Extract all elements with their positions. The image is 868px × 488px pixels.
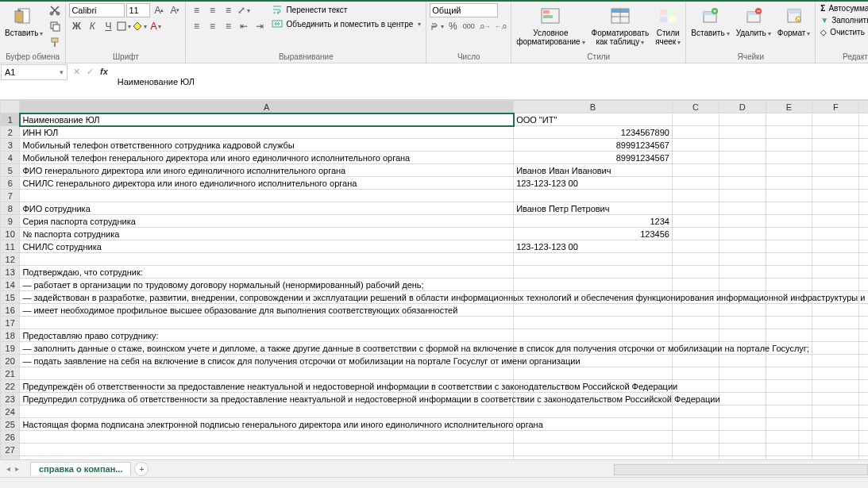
cell-E2[interactable] <box>766 126 812 139</box>
cell-A26[interactable] <box>20 431 514 444</box>
cell-A3[interactable]: Мобильный телефон ответственного сотрудн… <box>20 139 514 152</box>
cell-D1[interactable] <box>719 113 766 126</box>
cell-E22[interactable] <box>766 380 812 393</box>
decrease-indent-button[interactable]: ⇤ <box>237 19 251 33</box>
align-center-button[interactable]: ≡ <box>205 19 219 33</box>
row-header-26[interactable]: 26 <box>1 431 20 444</box>
cell-C17[interactable] <box>672 317 719 329</box>
cell-E4[interactable] <box>766 152 812 164</box>
cell-F5[interactable] <box>812 164 859 177</box>
bold-button[interactable]: Ж <box>69 19 83 33</box>
tab-prev-icon[interactable]: ▸ <box>15 464 19 473</box>
cell-A21[interactable] <box>20 367 514 380</box>
cell-D17[interactable] <box>719 317 766 329</box>
formula-input[interactable] <box>113 63 868 99</box>
cell-B24[interactable] <box>514 405 673 418</box>
cell-D16[interactable] <box>719 304 766 317</box>
cell-D23[interactable] <box>719 393 766 405</box>
cell-F1[interactable] <box>812 113 859 126</box>
font-name-combo[interactable] <box>69 3 125 17</box>
cell-G12[interactable] <box>859 253 868 266</box>
cell-C4[interactable] <box>672 152 719 164</box>
column-header-G[interactable]: G <box>859 101 868 113</box>
cell-D21[interactable] <box>719 367 766 380</box>
cell-E9[interactable] <box>766 215 812 228</box>
cell-G19[interactable] <box>859 342 868 355</box>
cell-B3[interactable]: 89991234567 <box>514 139 673 152</box>
cell-D8[interactable] <box>719 202 766 215</box>
sheet-tab-active[interactable]: справка о компан... <box>30 462 131 475</box>
row-header-7[interactable]: 7 <box>1 190 20 202</box>
cell-G18[interactable] <box>859 329 868 342</box>
cell-D27[interactable] <box>719 444 766 456</box>
cell-C11[interactable] <box>672 240 719 253</box>
cell-G11[interactable] <box>859 240 868 253</box>
cell-A4[interactable]: Мобильной телефон генерального директора… <box>20 152 514 164</box>
cell-F23[interactable] <box>812 393 859 405</box>
cell-F3[interactable] <box>812 139 859 152</box>
currency-button[interactable] <box>430 19 444 33</box>
comma-button[interactable]: 000 <box>461 19 476 33</box>
align-middle-button[interactable]: ≡ <box>205 3 219 17</box>
row-header-17[interactable]: 17 <box>1 317 20 329</box>
cell-G17[interactable] <box>859 317 868 329</box>
cell-B21[interactable] <box>514 367 673 380</box>
cell-A17[interactable] <box>20 317 514 329</box>
cell-F4[interactable] <box>812 152 859 164</box>
row-header-27[interactable]: 27 <box>1 444 20 456</box>
cell-A11[interactable]: СНИЛС сотрудника <box>20 240 514 253</box>
row-header-12[interactable]: 12 <box>1 253 20 266</box>
cell-F6[interactable] <box>812 177 859 190</box>
row-header-15[interactable]: 15 <box>1 291 20 304</box>
row-header-23[interactable]: 23 <box>1 393 20 405</box>
decrease-font-button[interactable]: A▾ <box>168 3 182 17</box>
cell-E13[interactable] <box>766 266 812 279</box>
cell-F25[interactable] <box>812 418 859 431</box>
cell-C22[interactable] <box>672 380 719 393</box>
underline-button[interactable]: Ч <box>101 19 115 33</box>
increase-font-button[interactable]: A▴ <box>152 3 166 17</box>
cell-D9[interactable] <box>719 215 766 228</box>
row-header-11[interactable]: 11 <box>1 240 20 253</box>
fill-color-button[interactable] <box>133 19 147 33</box>
cell-styles-button[interactable]: Стили ячеек <box>654 3 682 48</box>
cell-F17[interactable] <box>812 317 859 329</box>
cell-A20[interactable]: — подать заявление на себя на включение … <box>20 355 514 367</box>
paste-button[interactable]: Вставить <box>3 3 44 40</box>
cell-G1[interactable] <box>859 113 868 126</box>
cell-D14[interactable] <box>719 279 766 291</box>
cell-A8[interactable]: ФИО сотрудника <box>20 202 514 215</box>
merge-center-button[interactable]: Объединить и поместить в центре <box>270 17 422 30</box>
cancel-formula-icon[interactable]: ✕ <box>73 67 80 77</box>
horizontal-scrollbar[interactable] <box>614 463 868 477</box>
italic-button[interactable]: К <box>85 19 99 33</box>
cell-A19[interactable]: — заполнить данные о стаже, воинском уче… <box>20 342 514 355</box>
font-color-button[interactable]: А <box>149 19 163 33</box>
tab-first-icon[interactable]: ◂ <box>6 464 10 473</box>
cell-D7[interactable] <box>719 190 766 202</box>
cell-G2[interactable] <box>859 126 868 139</box>
cell-F21[interactable] <box>812 367 859 380</box>
conditional-formatting-button[interactable]: Условное форматирование <box>515 3 586 48</box>
cell-A24[interactable] <box>20 405 514 418</box>
cell-C5[interactable] <box>672 164 719 177</box>
cell-D6[interactable] <box>719 177 766 190</box>
cell-G7[interactable] <box>859 190 868 202</box>
cell-G25[interactable] <box>859 418 868 431</box>
clear-button[interactable]: ◇Очистить <box>819 27 868 37</box>
cell-C2[interactable] <box>672 126 719 139</box>
row-header-20[interactable]: 20 <box>1 355 20 367</box>
cell-A16[interactable]: — имеет необходимое профильное высшее об… <box>20 304 514 317</box>
cell-C14[interactable] <box>672 279 719 291</box>
cell-E14[interactable] <box>766 279 812 291</box>
cell-G9[interactable] <box>859 215 868 228</box>
cell-C8[interactable] <box>672 202 719 215</box>
cell-A14[interactable]: — работает в организации по трудовому до… <box>20 279 514 291</box>
cell-C13[interactable] <box>672 266 719 279</box>
number-format-combo[interactable] <box>430 3 498 17</box>
cell-E11[interactable] <box>766 240 812 253</box>
cell-D4[interactable] <box>719 152 766 164</box>
cell-F8[interactable] <box>812 202 859 215</box>
cell-E18[interactable] <box>766 329 812 342</box>
cell-C27[interactable] <box>672 444 719 456</box>
